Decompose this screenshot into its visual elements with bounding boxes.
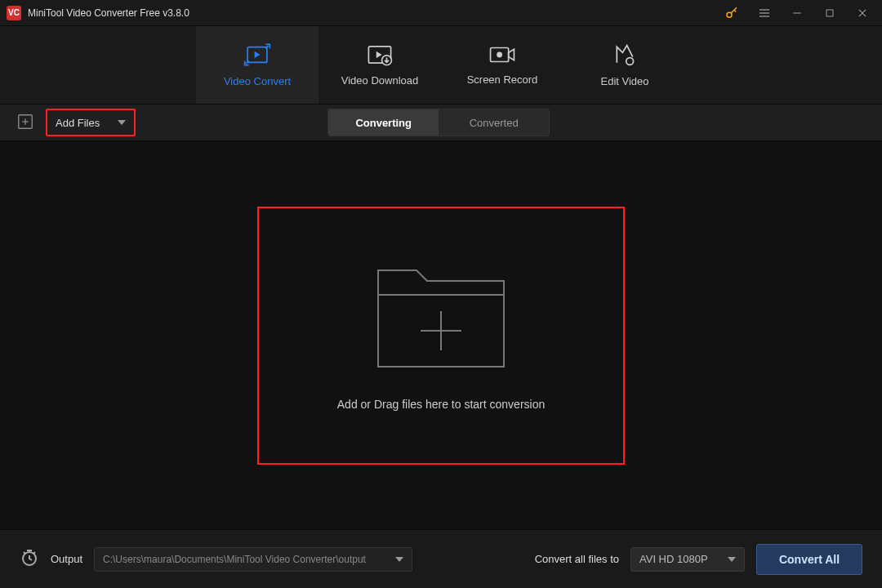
svg-marker-11 — [376, 51, 382, 59]
tab-video-download[interactable]: Video Download — [318, 26, 441, 104]
output-path-text: C:\Users\maura\Documents\MiniTool Video … — [103, 554, 395, 565]
chevron-down-icon — [395, 557, 403, 562]
minimize-button[interactable] — [784, 0, 810, 26]
add-files-label: Add Files — [56, 117, 100, 129]
converted-tab[interactable]: Converted — [439, 109, 549, 136]
svg-rect-5 — [826, 10, 833, 16]
close-button[interactable] — [849, 0, 875, 26]
output-label: Output — [51, 553, 82, 565]
drop-hint: Add or Drag files here to start conversi… — [337, 398, 545, 411]
svg-marker-14 — [509, 49, 514, 60]
svg-marker-9 — [255, 51, 261, 59]
tab-label: Video Download — [341, 74, 418, 87]
convert-all-label: Convert all files to — [535, 553, 619, 565]
app-logo-icon: VC — [7, 6, 21, 20]
chevron-down-icon — [118, 120, 126, 125]
svg-point-15 — [497, 52, 502, 58]
drop-zone[interactable]: Add or Drag files here to start conversi… — [257, 207, 625, 465]
add-files-button[interactable]: Add Files — [46, 109, 136, 136]
convert-all-button[interactable]: Convert All — [756, 544, 862, 575]
add-file-icon[interactable] — [16, 113, 36, 132]
converting-tab[interactable]: Converting — [328, 109, 439, 136]
tab-label: Video Convert — [224, 75, 291, 87]
clock-icon[interactable] — [20, 548, 39, 571]
footer: Output C:\Users\maura\Documents\MiniTool… — [0, 529, 882, 588]
svg-point-16 — [626, 58, 634, 65]
app-title: MiniTool Video Converter Free v3.8.0 — [28, 7, 719, 19]
toolbar: Add Files Converting Converted — [0, 104, 882, 141]
tab-video-convert[interactable]: Video Convert — [196, 26, 318, 104]
maximize-button[interactable] — [817, 0, 843, 26]
tab-edit-video[interactable]: Edit Video — [564, 26, 686, 104]
main-nav: Video Convert Video Download Screen Reco… — [0, 26, 882, 104]
convert-toggle: Converting Converted — [327, 109, 550, 136]
chevron-down-icon — [728, 557, 736, 562]
tab-label: Screen Record — [467, 74, 538, 86]
format-value: AVI HD 1080P — [639, 553, 721, 565]
svg-point-0 — [727, 12, 732, 17]
tab-screen-record[interactable]: Screen Record — [441, 26, 564, 104]
folder-plus-icon — [372, 261, 510, 378]
menu-icon[interactable] — [751, 0, 777, 26]
tab-label: Edit Video — [600, 75, 648, 87]
titlebar: VC MiniTool Video Converter Free v3.8.0 — [0, 0, 882, 26]
main-area: Add or Drag files here to start conversi… — [0, 141, 882, 529]
output-path-field[interactable]: C:\Users\maura\Documents\MiniTool Video … — [94, 547, 412, 572]
key-icon[interactable] — [719, 0, 745, 26]
format-select[interactable]: AVI HD 1080P — [630, 547, 745, 572]
